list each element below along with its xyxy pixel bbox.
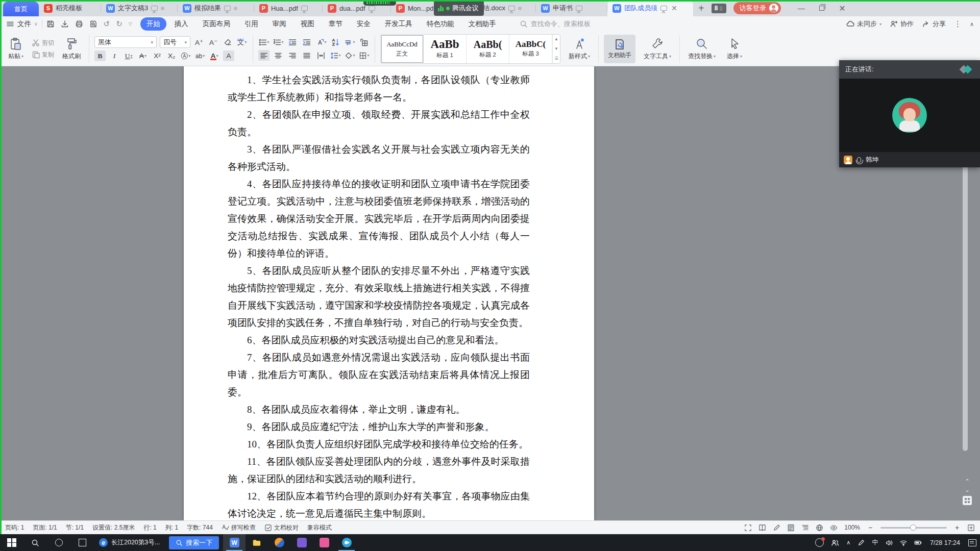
tab-settings-button[interactable] (358, 37, 370, 47)
taskbar-clock[interactable]: 7/28 17:24 (925, 539, 965, 546)
action-center-button[interactable] (965, 534, 980, 551)
sort-button[interactable] (330, 37, 341, 47)
tab-home[interactable]: 首页 (3, 2, 39, 16)
tray-people-button[interactable] (827, 534, 843, 551)
eye-protection-icon[interactable] (830, 524, 838, 532)
align-center-button[interactable] (273, 50, 284, 61)
start-button[interactable] (0, 534, 23, 551)
distribute-button[interactable] (315, 50, 327, 61)
zoom-out-button[interactable]: − (867, 523, 874, 532)
new-style-button[interactable]: 新样式▾ (566, 36, 593, 62)
superscript-button[interactable]: X² (152, 51, 163, 61)
fullscreen-icon[interactable] (744, 524, 752, 532)
tab-count-badge[interactable]: 8‖ (712, 4, 726, 13)
status-setting-value[interactable]: 设置值: 2.5厘米 (92, 523, 135, 532)
tab-docer[interactable]: S 稻壳模板 (39, 0, 101, 16)
status-section[interactable]: 节: 1/1 (66, 523, 84, 532)
document-page[interactable]: 1、学生社会实践活动实行领队负责制，各团队设领队（专业教师或学生工作系统教师）和… (184, 66, 594, 520)
taskbar-app-file-explorer[interactable] (246, 534, 268, 551)
tencent-meeting-toast[interactable]: 腾讯会议 (434, 1, 484, 16)
borders-button[interactable]: ▾ (358, 50, 370, 61)
text-direction-button[interactable]: ▾ (315, 37, 327, 47)
tab-doc4[interactable]: W 申请书 (536, 0, 607, 16)
taskbar-app-pink[interactable] (313, 534, 335, 551)
restore-button[interactable] (812, 4, 832, 12)
save-icon[interactable] (46, 20, 55, 28)
task-view-button[interactable] (70, 534, 94, 551)
taskbar-app-wps[interactable]: W (223, 534, 246, 551)
menu-home[interactable]: 开始 (140, 17, 166, 31)
collapse-ribbon-icon[interactable]: ∧ (970, 21, 974, 28)
print-icon[interactable] (75, 20, 83, 28)
volume-icon[interactable] (882, 534, 896, 551)
menu-special-features[interactable]: 特色功能 (421, 17, 460, 31)
fit-page-icon[interactable] (967, 524, 975, 532)
tab-active-document[interactable]: W 团队成员须 ✕ (607, 0, 693, 16)
font-size-select[interactable]: 四号▾ (160, 36, 190, 48)
read-mode-icon[interactable] (758, 524, 766, 532)
print-preview-icon[interactable] (89, 20, 97, 28)
style-heading1[interactable]: AaBb 标题 1 (424, 35, 467, 63)
battery-icon[interactable] (911, 534, 925, 551)
previous-page-icon[interactable]: ⌃ (965, 479, 969, 484)
align-left-button[interactable] (258, 50, 270, 61)
decrease-font-button[interactable]: A⁻ (208, 37, 219, 47)
network-icon[interactable] (896, 534, 911, 551)
status-page-number[interactable]: 页码: 1 (5, 523, 24, 532)
tab-doc2[interactable]: W 模拟结果 (178, 0, 254, 16)
bullet-list-button[interactable]: ▾ (258, 37, 270, 47)
menu-dev-tools[interactable]: 开发工具 (379, 17, 419, 31)
close-tab-icon[interactable]: ✕ (671, 4, 677, 12)
menu-security[interactable]: 安全 (351, 17, 377, 31)
style-heading2[interactable]: AaBb( 标题 2 (467, 35, 509, 63)
highlight-color-button[interactable]: ab▾ (194, 51, 206, 61)
bold-button[interactable]: B (94, 51, 106, 61)
ime-indicator[interactable]: 中 (868, 534, 882, 551)
style-normal[interactable]: AaBbCcDd 正文 (381, 35, 424, 63)
file-menu-button[interactable]: 文件 ∨ (6, 19, 38, 29)
show-marks-button[interactable]: ▾ (344, 37, 355, 47)
print-layout-icon[interactable] (787, 524, 795, 532)
style-heading3[interactable]: AaBbC( 标题 3 (509, 35, 552, 63)
font-color-button[interactable]: A▾ (209, 51, 220, 61)
news-widget[interactable]: e 长江2020第3号... (94, 534, 165, 551)
clear-format-button[interactable] (222, 37, 233, 47)
web-search-button[interactable]: 搜索一下 (169, 536, 219, 549)
copy-button[interactable]: 复制 (32, 51, 54, 59)
increase-font-button[interactable]: A⁺ (193, 37, 205, 47)
web-layout-icon[interactable] (816, 524, 823, 532)
redo-icon[interactable]: ↻ (116, 19, 122, 29)
phonetic-guide-button[interactable]: wén文▾ (236, 37, 248, 47)
hidden-icons-chevron[interactable]: ∧ (843, 534, 854, 551)
more-options-icon[interactable]: ⋮ (954, 19, 962, 29)
justify-button[interactable] (301, 50, 312, 61)
outline-view-icon[interactable] (801, 524, 809, 532)
tencent-meeting-panel[interactable]: 正在讲话: 韩坤 (839, 60, 980, 167)
style-gallery-more-icon[interactable]: ☰ (553, 54, 560, 63)
menu-view[interactable]: 视图 (295, 17, 321, 31)
enclose-character-button[interactable]: Ⓐ▾ (180, 51, 191, 61)
tray-user-button[interactable] (812, 534, 827, 551)
command-search[interactable]: 查找命令、搜索模板 (520, 19, 591, 29)
proofread-button[interactable]: 文档校对 (264, 523, 299, 532)
next-page-icon[interactable]: ⌄ (965, 487, 969, 493)
paste-button[interactable]: 粘贴▾ (5, 36, 27, 62)
text-tools-button[interactable]: 文字工具▾ (641, 36, 674, 62)
spell-check-button[interactable]: 拼写检查 (222, 523, 256, 532)
export-icon[interactable] (61, 20, 69, 28)
status-word-count[interactable]: 字数: 744 (187, 523, 213, 532)
minimize-button[interactable]: — (791, 4, 812, 12)
line-spacing-button[interactable]: ▾ (330, 50, 341, 61)
zoom-slider[interactable] (880, 527, 947, 529)
menu-section[interactable]: 章节 (323, 17, 349, 31)
menu-page-layout[interactable]: 页面布局 (197, 17, 236, 31)
taskbar-app-tencent-meeting[interactable] (335, 534, 358, 551)
close-window-button[interactable]: ✕ (832, 4, 852, 13)
menu-review[interactable]: 审阅 (266, 17, 292, 31)
cut-button[interactable]: 剪切 (32, 39, 54, 47)
taskbar-search-icon[interactable] (23, 534, 47, 551)
tab-pdf1[interactable]: P Hua...pdf (254, 0, 323, 16)
doc-assistant-button[interactable]: 文档助手 (604, 35, 635, 63)
meeting-title-bar[interactable]: 正在讲话: (839, 60, 980, 79)
decrease-indent-button[interactable] (287, 37, 298, 47)
